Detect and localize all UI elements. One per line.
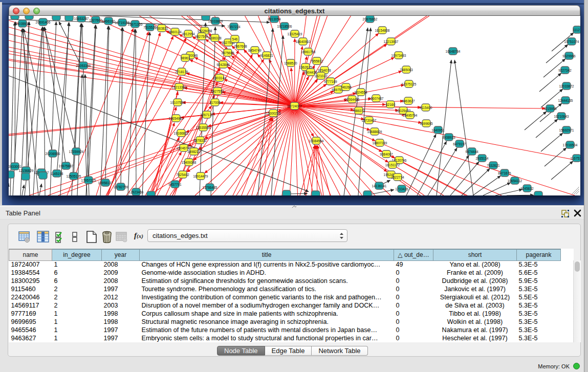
svg-text:18640910: 18640910 [296,40,311,43]
svg-text:546: 546 [232,37,238,41]
svg-text:14136141: 14136141 [372,184,387,188]
svg-text:9463627: 9463627 [402,99,415,103]
svg-text:2718176: 2718176 [175,70,188,74]
svg-text:16648784: 16648784 [446,50,461,53]
svg-text:8471676: 8471676 [498,171,511,175]
svg-text:19166822: 19166822 [174,132,189,135]
svg-text:17957225: 17957225 [81,179,96,182]
svg-text:7357224: 7357224 [227,25,241,29]
svg-text:11121: 11121 [573,28,580,32]
svg-text:9242848: 9242848 [216,63,230,67]
svg-text:20691406: 20691406 [36,20,51,24]
svg-text:16782759: 16782759 [114,185,128,189]
svg-text:6466160: 6466160 [102,19,115,23]
svg-text:3875685: 3875685 [221,51,234,55]
svg-text:13535594: 13535594 [196,126,211,129]
svg-text:1327602: 1327602 [89,18,102,22]
svg-text:9115400: 9115400 [420,106,432,110]
svg-text:12213937: 12213937 [384,40,399,43]
svg-text:1588520: 1588520 [284,61,297,65]
svg-text:20206556: 20206556 [46,152,60,156]
svg-text:9146821: 9146821 [260,54,273,57]
svg-text:3912954: 3912954 [182,32,195,36]
svg-text:8427552: 8427552 [211,90,224,93]
svg-text:1640951: 1640951 [431,128,445,132]
svg-text:19384554: 19384554 [309,139,324,143]
svg-text:18495794: 18495794 [403,114,418,117]
svg-text:2803144: 2803144 [213,76,226,80]
svg-text:15226058: 15226058 [198,29,212,33]
svg-text:12505135: 12505135 [67,174,81,178]
svg-text:19975887: 19975887 [59,164,74,168]
svg-text:9699695: 9699695 [420,122,433,125]
svg-text:15409348: 15409348 [182,161,197,164]
svg-text:10607487: 10607487 [369,97,384,100]
svg-text:18724007: 18724007 [287,104,302,108]
svg-text:12213383: 12213383 [172,85,187,89]
svg-text:9245632: 9245632 [520,187,534,190]
svg-text:7663822: 7663822 [155,27,168,30]
svg-text:8878332: 8878332 [193,139,207,142]
svg-text:1167534: 1167534 [571,157,580,160]
svg-text:15046746: 15046746 [177,146,191,150]
svg-text:16961758: 16961758 [301,50,316,54]
svg-text:12444155: 12444155 [558,99,573,102]
svg-text:9457791: 9457791 [168,183,182,186]
svg-text:13325419: 13325419 [288,32,302,36]
svg-text:8186328: 8186328 [208,36,222,40]
svg-text:10107553: 10107553 [170,101,185,104]
svg-text:3267130: 3267130 [200,113,213,117]
svg-text:15751074: 15751074 [564,40,579,43]
svg-text:9227342: 9227342 [558,69,572,72]
svg-text:7485063: 7485063 [400,68,413,72]
svg-text:6479197: 6479197 [453,142,466,146]
svg-text:1733426: 1733426 [395,187,408,191]
svg-text:10653287: 10653287 [74,17,89,20]
svg-text:15300215: 15300215 [266,112,281,115]
svg-text:9794078: 9794078 [318,69,331,72]
svg-text:10654112: 10654112 [508,179,522,183]
svg-text:7955812: 7955812 [310,59,323,63]
svg-text:16154808: 16154808 [375,29,390,32]
svg-text:19654983: 19654983 [169,117,184,120]
svg-text:7632621: 7632621 [487,164,500,167]
svg-text:3933001: 3933001 [9,165,21,168]
svg-text:8813054: 8813054 [268,17,281,21]
svg-text:19218506: 19218506 [277,25,292,28]
svg-text:3215955: 3215955 [543,107,557,111]
svg-text:18807249: 18807249 [373,141,387,145]
svg-text:9827509: 9827509 [195,35,208,38]
svg-text:17016504: 17016504 [563,143,578,147]
svg-text:10958137: 10958137 [98,181,113,185]
svg-text:12033872: 12033872 [559,84,574,88]
svg-text:8454749: 8454749 [248,49,262,52]
svg-text:2935114: 2935114 [476,157,489,160]
svg-text:8938923: 8938923 [442,136,455,139]
svg-text:12375125: 12375125 [402,82,417,86]
svg-text:16033809: 16033809 [208,19,223,23]
svg-text:7515526: 7515526 [143,26,157,29]
svg-text:13786485: 13786485 [203,186,217,189]
svg-text:317006: 317006 [209,101,221,104]
svg-text:62160: 62160 [386,103,395,106]
svg-text:16151172: 16151172 [385,163,400,167]
svg-text:20053346: 20053346 [76,64,91,68]
svg-text:20364436: 20364436 [345,98,360,101]
svg-text:8660124: 8660124 [168,30,182,34]
svg-text:10688609: 10688609 [367,130,382,134]
svg-text:17359924: 17359924 [69,150,84,154]
svg-text:20876862: 20876862 [363,17,378,21]
svg-text:10973493: 10973493 [391,54,406,57]
svg-text:15692971: 15692971 [559,128,574,132]
svg-text:12923466: 12923466 [129,190,144,194]
svg-text:12156829: 12156829 [19,169,34,172]
svg-text:9384067: 9384067 [380,152,393,156]
svg-text:9904438: 9904438 [304,71,317,74]
svg-text:2522734: 2522734 [391,176,404,179]
svg-text:7625402: 7625402 [176,173,189,177]
svg-text:746266: 746266 [340,85,352,89]
svg-text:3498222: 3498222 [187,150,201,154]
svg-text:16671355: 16671355 [128,23,143,26]
svg-text:9777169: 9777169 [324,80,337,83]
svg-text:98961: 98961 [181,56,190,60]
